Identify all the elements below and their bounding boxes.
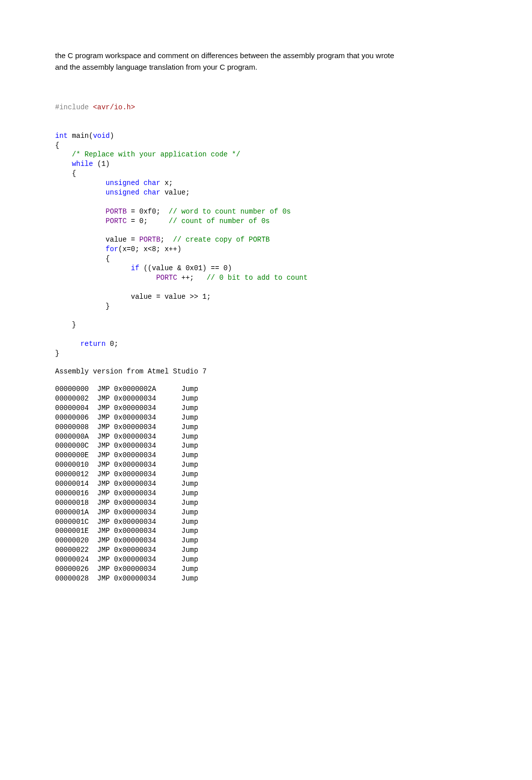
portc-comment: // count of number of 0s [169, 217, 270, 225]
intro-paragraph: the C program workspace and comment on d… [55, 50, 477, 73]
brace-close: } [55, 349, 59, 357]
intro-line1: the C program workspace and comment on d… [55, 51, 394, 60]
portb-id-1: PORTB [106, 208, 127, 216]
portc-inc: ++; [177, 274, 207, 282]
main-close-paren: ) [110, 132, 114, 140]
value-assign-post: ; [160, 236, 173, 244]
inner-brace-close: } [72, 321, 76, 329]
asm-heading: Assembly version from Atmel Studio 7 [55, 367, 477, 375]
portc-assign: = 0; [127, 217, 169, 225]
for-brace-close: } [106, 302, 110, 310]
c-code-block: #include <avr/io.h> int main(void) { /* … [55, 103, 477, 358]
return-keyword: return [80, 340, 105, 348]
value-comment: // create copy of PORTB [173, 236, 270, 244]
for-cond: (x=0; x<8; x++) [118, 245, 181, 253]
if-cond: ((value & 0x01) == 0) [139, 264, 232, 272]
while-keyword: while [72, 160, 93, 168]
void-keyword: void [93, 132, 110, 140]
portc-id-1: PORTC [106, 217, 127, 225]
portb-id-2: PORTB [139, 236, 160, 244]
int-keyword: int [55, 132, 68, 140]
portb-comment: // word to count number of 0s [169, 208, 291, 216]
for-brace-open: { [106, 255, 110, 263]
asm-listing: 00000000 JMP 0x0000002A Jump 00000002 JM… [55, 384, 477, 583]
while-cond: (1) [93, 160, 110, 168]
char-kw-2: char [143, 188, 160, 197]
comment-replace: /* Replace with your application code */ [72, 150, 240, 158]
document-page: the C program workspace and comment on d… [0, 0, 532, 684]
portc-id-2: PORTC [156, 274, 177, 282]
main-name: main( [68, 132, 93, 140]
intro-line2: and the assembly language translation fr… [55, 63, 257, 71]
include-path: <avr/io.h> [89, 103, 135, 111]
value-shift: value = value >> 1; [131, 293, 211, 301]
value-assign-pre: value = [106, 236, 139, 244]
for-keyword: for [106, 245, 118, 253]
portc-inc-comment: // 0 bit to add to count [206, 274, 308, 282]
var-value: value; [160, 188, 190, 197]
return-val: 0; [106, 340, 118, 348]
include-directive: #include [55, 103, 89, 111]
brace-open: { [55, 141, 59, 149]
var-x: x; [160, 179, 173, 187]
portb-assign: = 0xf0; [127, 208, 169, 216]
unsigned-kw-1: unsigned [106, 179, 139, 187]
inner-brace-open: { [72, 169, 76, 177]
unsigned-kw-2: unsigned [106, 188, 139, 197]
char-kw-1: char [143, 179, 160, 187]
if-keyword: if [131, 264, 139, 272]
